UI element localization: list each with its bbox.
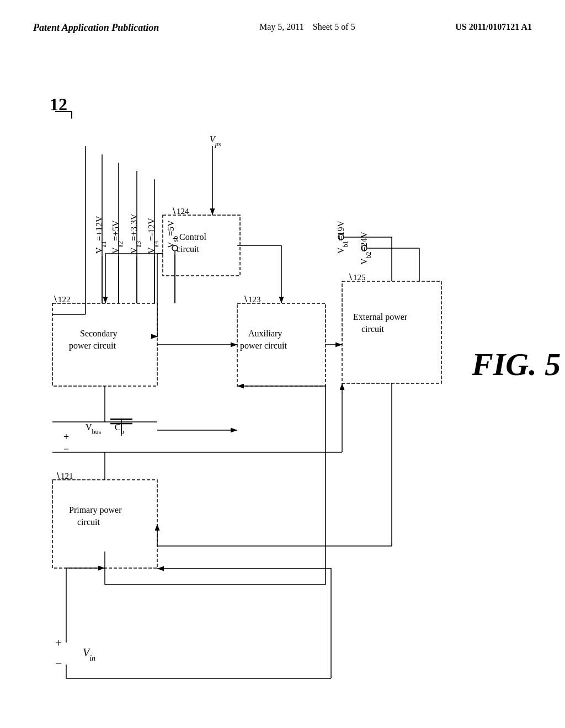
external-power-box [342,281,441,383]
va4-label: Va4=-12V [147,218,160,254]
va3-label: Va3=+3.3V [129,213,142,254]
va1-label: Va1=+12V [94,216,108,254]
sheet-info: Sheet 5 of 5 [313,22,355,31]
secondary-label-1: Secondary [80,329,118,339]
bus-plus: + [63,431,69,442]
external-label-1: External power [353,312,408,322]
label-125: ∖125 [348,273,366,282]
vin-minus: − [55,656,62,670]
circuit-diagram: 12 Va1=+12V Va2=+5V Va3=+3.3V Va4=-12V V… [0,66,565,728]
vbus-label: Vbus [86,422,102,436]
aux-label-2: power circuit [240,341,287,351]
control-label-2: circuit [177,244,199,254]
diagram-area: 12 Va1=+12V Va2=+5V Va3=+3.3V Va4=-12V V… [0,66,565,728]
fig5-label: FIG. 5 [471,346,561,382]
vin-plus: + [55,636,62,650]
page-header: Patent Application Publication May 5, 20… [0,22,565,34]
aux-label-1: Auxiliary [248,329,282,339]
bus-minus: − [63,443,69,454]
publication-title: Patent Application Publication [33,22,159,34]
label-124: ∖124 [171,207,189,216]
vin-label: Vin [83,646,95,662]
patent-number: US 2011/0107121 A1 [455,22,532,32]
pub-date: May 5, 2011 [259,22,304,31]
primary-label-2: circuit [77,517,100,527]
cb-label: Cb [115,422,124,436]
label-123: ∖123 [243,295,261,304]
va2-label: Va2=+5V [111,220,124,254]
label-122: ∖122 [52,295,71,304]
label-121: ∖121 [55,472,73,480]
control-label-1: Control [179,232,206,242]
date-sheet: May 5, 2011 Sheet 5 of 5 [259,22,355,32]
vps-label: Vps [210,135,221,148]
primary-label-1: Primary power [69,505,122,515]
secondary-label-2: power circuit [69,341,116,351]
external-label-2: circuit [361,324,384,334]
